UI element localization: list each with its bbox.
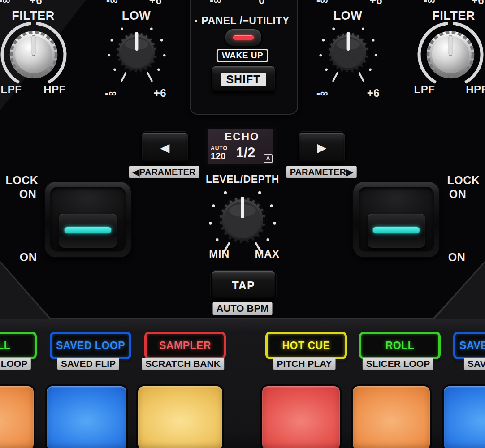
right-arrow-icon: ▶	[317, 142, 327, 154]
shift-label: SHIFT	[221, 73, 266, 86]
pad-mode-sublabel: SLICER LOOP	[0, 358, 31, 370]
fx-paddle-left[interactable]	[44, 181, 132, 258]
level-min-label: MIN	[209, 248, 230, 260]
fx-deck-letter: A	[266, 155, 270, 162]
performance-pad-blue[interactable]	[47, 386, 126, 448]
lock-on-label-right: ON	[449, 188, 467, 201]
pad-mode-label: ROLL	[385, 340, 415, 352]
pad-mode-button-hot-cue[interactable]: HOT CUE	[265, 332, 347, 359]
parameter-left-button[interactable]: ◀	[141, 132, 189, 164]
paddle-lever[interactable]	[59, 214, 117, 248]
wake-up-label: WAKE UP	[217, 49, 268, 62]
left-arrow-icon: ◀	[160, 142, 170, 154]
pad-mode-sublabel: PITCH PLAY	[273, 358, 336, 370]
pad-mode-label: SAVED LOOP	[459, 340, 485, 352]
parameter-left-strip: ◀PARAMETER	[129, 166, 199, 178]
lock-label-left: LOCK	[6, 174, 39, 187]
low-max-label-left: +6	[154, 87, 166, 99]
lpf-label-right: LPF	[414, 83, 435, 96]
pad-mode-button-roll-left[interactable]: ROLL	[0, 332, 37, 359]
scale-partial: -∞	[0, 0, 10, 7]
scale-partial: +6	[30, 0, 42, 7]
parameter-right-button[interactable]: ▶	[298, 132, 346, 164]
scale-partial: +6	[472, 0, 484, 7]
pad-mode-label: HOT CUE	[282, 340, 330, 352]
hpf-label-right: HPF	[466, 83, 485, 96]
pad-mode-button-saved-loop-right[interactable]: SAVED LOOP	[453, 332, 485, 359]
pad-mode-label: ROLL	[0, 340, 10, 352]
pad-mode-sublabel: SAVED FLIP	[57, 358, 119, 370]
tap-label: TAP	[232, 279, 255, 292]
pad-mode-sublabel: SCRATCH BANK	[142, 358, 224, 370]
panel-utility-label: · PANEL /−UTILITY	[195, 15, 289, 27]
scale-partial: -∞	[106, 0, 118, 7]
scale-partial: -∞	[316, 0, 328, 7]
auto-bpm-strip: AUTO BPM	[213, 302, 273, 315]
fx-bpm-value: 120	[211, 151, 225, 161]
paddle-cyan-stripe	[373, 227, 420, 233]
pad-mode-sublabel: SLICER LOOP	[363, 358, 433, 370]
low-knob-left[interactable]	[99, 14, 175, 90]
pad-mode-button-roll-right[interactable]: ROLL	[359, 332, 441, 359]
pad-mode-label: SAMPLER	[159, 340, 211, 352]
scale-partial: 0	[259, 0, 265, 7]
tap-button[interactable]: TAP	[211, 271, 276, 300]
scale-partial: +6	[149, 0, 162, 7]
red-led-indicator	[233, 35, 254, 40]
paddle-well	[50, 187, 126, 252]
low-min-label-left: -∞	[105, 87, 117, 99]
panel-utility-button[interactable]	[225, 28, 262, 47]
performance-pad-orange[interactable]	[0, 386, 34, 448]
lock-label-right: LOCK	[447, 174, 480, 187]
scale-partial: -∞	[424, 0, 435, 7]
low-knob-right[interactable]	[310, 14, 386, 90]
performance-pad-red[interactable]	[262, 386, 340, 448]
shift-button[interactable]: SHIFT	[211, 65, 276, 93]
lock-on-label-left: ON	[19, 188, 37, 201]
pad-mode-button-sampler[interactable]: SAMPLER	[144, 332, 226, 359]
fx-paddle-right[interactable]	[352, 181, 440, 258]
scale-partial: -∞	[210, 0, 221, 7]
lpf-label-left: LPF	[1, 83, 22, 96]
parameter-right-strip: PARAMETER▶	[286, 166, 357, 178]
fx-deck-indicator: A	[264, 154, 273, 163]
paddle-cyan-stripe	[65, 227, 111, 233]
fx-beats-value: 1/2	[236, 145, 255, 161]
pad-mode-label: SAVED LOOP	[56, 340, 125, 352]
hpf-label-left: HPF	[43, 83, 66, 96]
level-max-label: MAX	[255, 248, 280, 260]
performance-pad-orange[interactable]	[353, 386, 430, 448]
fx-auto-label: AUTO	[211, 145, 228, 151]
pad-mode-button-saved-loop-left[interactable]: SAVED LOOP	[50, 332, 131, 359]
paddle-lever[interactable]	[368, 214, 425, 248]
on-label-right: ON	[448, 251, 466, 264]
paddle-well	[359, 187, 434, 252]
performance-pad-blue[interactable]	[444, 386, 485, 448]
on-label-left: ON	[20, 251, 37, 264]
low-min-label-right: -∞	[316, 87, 328, 99]
performance-pad-yellow[interactable]	[138, 386, 222, 448]
low-max-label-right: +6	[367, 87, 380, 99]
scale-partial: +6	[370, 0, 382, 7]
pad-mode-sublabel: SAVED FLIP	[464, 358, 485, 370]
fx-effect-name: ECHO	[225, 130, 259, 143]
dj-controller-fx-section: -∞ +6 -∞ +6 -∞ 0 -∞ +6 -∞ +6 FILTER LPF …	[0, 0, 485, 448]
